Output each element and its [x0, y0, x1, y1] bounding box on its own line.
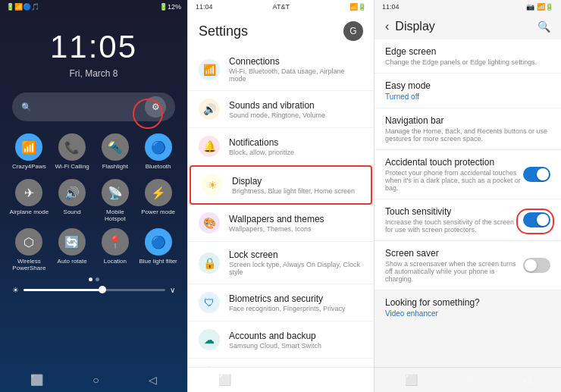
app-bluetooth[interactable]: 🔵 Bluetooth [138, 133, 178, 170]
app-hotspot[interactable]: 📡 Mobile Hotspot [96, 179, 136, 222]
wifi-calling-icon: 📞 [58, 133, 86, 161]
display-sub: Brightness, Blue light filter, Home scre… [232, 187, 360, 195]
nav-bar-title: Navigation bar [385, 115, 550, 126]
settings-item-connections[interactable]: 📶 Connections Wi-Fi, Bluetooth, Data usa… [188, 49, 374, 91]
nav-back[interactable]: ◁ [149, 374, 157, 386]
accidental-touch-toggle[interactable] [523, 167, 550, 182]
display-item-screen-saver[interactable]: Screen saver Show a screensaver when the… [375, 241, 561, 290]
nav-bar-3: ⬜ ○ ◁ [375, 367, 561, 392]
blue-light-label: Blue light filter [139, 258, 177, 265]
sound-icon: 🔊 [58, 179, 86, 206]
app-crazy4paws[interactable]: 📶 Crazy4Paws [9, 133, 49, 170]
accidental-touch-sub: Protect your phone from accidental touch… [385, 169, 523, 192]
edge-screen-title: Edge screen [385, 46, 550, 57]
app-blue-light[interactable]: 🔵 Blue light filter [138, 228, 178, 271]
wallpapers-sub: Wallpapers, Themes, Icons [229, 225, 363, 233]
app-grid-2: ✈ Airplane mode 🔊 Sound 📡 Mobile Hotspot… [0, 176, 187, 225]
wallpapers-name: Wallpapers and themes [229, 214, 363, 224]
touch-sensitivity-toggle[interactable] [523, 212, 550, 227]
app-location[interactable]: 📍 Location [96, 228, 136, 271]
notifications-sub: Block, allow, prioritize [229, 149, 363, 156]
clock-date: Fri, March 8 [0, 68, 187, 79]
display-item-touch-sensitivity[interactable]: Touch sensitivity Increase the touch sen… [375, 199, 561, 241]
nav-square[interactable]: ⬜ [30, 374, 43, 386]
app-auto-rotate[interactable]: 🔄 Auto rotate [52, 228, 92, 271]
dot-2 [96, 278, 99, 281]
status-bar-1: 🔋📶🔵🎵 🔋12% [0, 0, 187, 14]
power-label: Power mode [141, 209, 175, 215]
display-search-icon[interactable]: 🔍 [537, 20, 550, 33]
app-airplane[interactable]: ✈ Airplane mode [9, 179, 49, 222]
location-label: Location [104, 258, 127, 265]
connections-name: Connections [229, 56, 363, 67]
accounts-icon: ☁ [199, 329, 220, 350]
nav-home[interactable]: ○ [92, 374, 99, 386]
looking-title: Looking for something? [385, 297, 550, 308]
sounds-text: Sounds and vibration Sound mode, Rington… [229, 100, 363, 119]
settings-item-sounds[interactable]: 🔊 Sounds and vibration Sound mode, Ringt… [188, 91, 374, 128]
app-wireless-share[interactable]: ⬡ Wireless PowerShare [9, 228, 49, 271]
status-bar-2: 11:04 AT&T 📶🔋 [188, 0, 374, 14]
brightness-thumb [99, 286, 106, 293]
settings-highlight-circle [133, 99, 163, 129]
screen-saver-title: Screen saver [385, 248, 523, 259]
notifications-text: Notifications Block, allow, prioritize [229, 137, 363, 156]
wireless-share-icon: ⬡ [15, 228, 42, 256]
nav-home-2[interactable]: ○ [280, 374, 286, 386]
back-button[interactable]: ‹ [385, 20, 389, 33]
nav-bar-1: ⬜ ○ ◁ [0, 368, 187, 392]
flashlight-label: Flashlight [102, 163, 128, 170]
settings-item-accounts[interactable]: ☁ Accounts and backup Samsung Cloud, Sma… [188, 321, 374, 359]
settings-item-notifications[interactable]: 🔔 Notifications Block, allow, prioritize [188, 128, 374, 165]
sounds-sub: Sound mode, Ringtone, Volume [229, 111, 363, 119]
lockscreen-text: Lock screen Screen lock type, Always On … [229, 249, 363, 276]
nav-square-3[interactable]: ⬜ [405, 374, 418, 386]
status-carrier: AT&T [273, 3, 290, 11]
settings-item-biometrics[interactable]: 🛡 Biometrics and security Face recogniti… [188, 284, 374, 321]
nav-bar-sub: Manage the Home, Back, and Recents butto… [385, 127, 550, 143]
auto-rotate-icon: 🔄 [58, 228, 86, 256]
settings-header: Settings G [188, 14, 374, 49]
settings-item-display[interactable]: ☀ Display Brightness, Blue light filter,… [190, 165, 372, 205]
nav-square-2[interactable]: ⬜ [218, 374, 231, 386]
nav-bar-2: ⬜ ○ ◁ [188, 367, 374, 392]
settings-item-wallpapers[interactable]: 🎨 Wallpapers and themes Wallpapers, Them… [188, 205, 374, 242]
display-list: Edge screen Change the Edge panels or Ed… [375, 39, 561, 367]
display-text: Display Brightness, Blue light filter, H… [232, 176, 360, 195]
nav-back-3[interactable]: ◁ [522, 374, 531, 386]
touch-sensitivity-title: Touch sensitivity [385, 206, 523, 217]
accounts-name: Accounts and backup [229, 331, 363, 341]
video-enhancer-link[interactable]: Video enhancer [385, 309, 550, 318]
lockscreen-sub: Screen lock type, Always On Display, Clo… [229, 261, 363, 276]
biometrics-sub: Face recognition, Fingerprints, Privacy [229, 305, 363, 312]
nav-back-2[interactable]: ◁ [335, 374, 343, 386]
status-time-2: 11:04 [196, 3, 213, 11]
display-item-edge-screen[interactable]: Edge screen Change the Edge panels or Ed… [375, 39, 561, 74]
status-battery: 🔋12% [159, 3, 181, 11]
screen-saver-toggle[interactable] [523, 258, 550, 273]
app-flashlight[interactable]: 🔦 Flashlight [96, 133, 136, 170]
status-time-3: 11:04 [382, 3, 400, 11]
lockscreen-name: Lock screen [229, 249, 363, 260]
app-wifi-calling[interactable]: 📞 Wi-Fi Calling [52, 133, 92, 170]
expand-icon: ∨ [170, 286, 175, 294]
brightness-bar[interactable]: ☀ ∨ [0, 284, 187, 296]
easy-mode-text: Easy mode Turned off [385, 80, 550, 101]
settings-item-lockscreen[interactable]: 🔒 Lock screen Screen lock type, Always O… [188, 242, 374, 284]
crazy4paws-label: Crazy4Paws [12, 163, 46, 170]
display-item-accidental-touch[interactable]: Accidental touch protection Protect your… [375, 150, 561, 199]
brightness-track[interactable] [24, 289, 165, 291]
app-sound[interactable]: 🔊 Sound [52, 179, 92, 222]
settings-gear-icon[interactable]: G [343, 21, 363, 41]
display-item-easy-mode[interactable]: Easy mode Turned off [375, 74, 561, 108]
settings-item-google[interactable]: G Google Google settings [188, 359, 374, 367]
connections-text: Connections Wi-Fi, Bluetooth, Data usage… [229, 56, 363, 83]
display-item-nav-bar[interactable]: Navigation bar Manage the Home, Back, an… [375, 108, 561, 150]
nav-home-3[interactable]: ○ [467, 374, 473, 386]
hotspot-icon: 📡 [102, 179, 129, 206]
connections-sub: Wi-Fi, Bluetooth, Data usage, Airplane m… [229, 67, 363, 83]
app-power[interactable]: ⚡ Power mode [138, 179, 178, 222]
status-left-icons: 🔋📶🔵🎵 [6, 3, 39, 11]
display-item-looking: Looking for something? Video enhancer [375, 290, 561, 325]
accounts-sub: Samsung Cloud, Smart Switch [229, 342, 363, 350]
